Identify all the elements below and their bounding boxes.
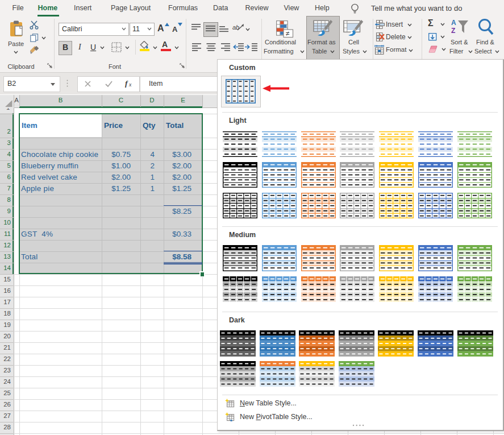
svg-text:A: A [451,19,456,27]
svg-text:Z: Z [451,27,455,35]
svg-text:≠: ≠ [286,30,290,38]
